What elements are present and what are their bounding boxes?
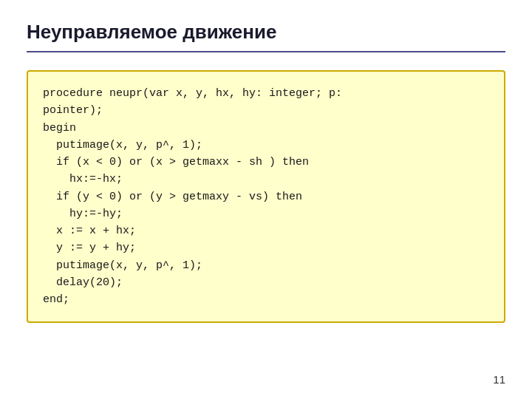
code-block: procedure neupr(var x, y, hx, hy: intege… bbox=[27, 70, 505, 323]
slide-title: Неуправляемое движение bbox=[27, 21, 505, 52]
page-number: 11 bbox=[493, 373, 505, 386]
code-line-1: procedure neupr(var x, y, hx, hy: intege… bbox=[43, 87, 342, 306]
slide-container: Неуправляемое движение procedure neupr(v… bbox=[0, 0, 532, 399]
